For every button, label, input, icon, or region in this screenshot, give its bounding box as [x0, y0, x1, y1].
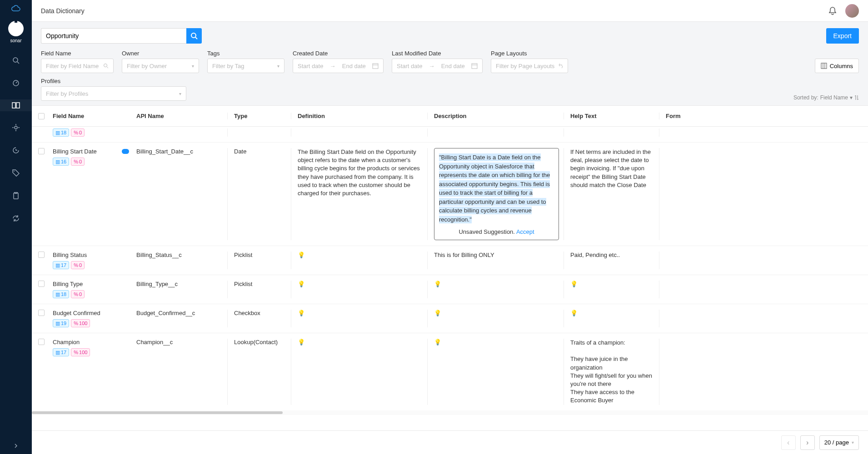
api-name: Billing_Type__c	[136, 281, 227, 298]
user-avatar[interactable]	[845, 4, 859, 18]
suggestion-text: "Billing Start Date is a Date field on t…	[439, 153, 550, 223]
nav-clipboard[interactable]	[0, 189, 32, 202]
filter-fieldname[interactable]: Filter by Field Name	[41, 59, 114, 73]
nav-sync[interactable]	[0, 212, 32, 225]
bulb-icon[interactable]: 💡	[434, 310, 441, 316]
export-button[interactable]: Export	[826, 28, 859, 44]
col-header-description[interactable]: Description	[427, 113, 564, 119]
bulb-icon[interactable]: 💡	[434, 281, 441, 287]
filter-tags[interactable]: Filter by Tag▾	[207, 59, 284, 73]
svg-line-8	[195, 37, 197, 39]
help-text: If Net terms are included in the deal, p…	[564, 148, 659, 240]
layout-badge: ▥ 18	[53, 128, 69, 137]
filter-layouts[interactable]: Filter by Page Layouts	[491, 59, 568, 73]
filter-bar: Export Field Name Filter by Field Name O…	[32, 22, 868, 106]
col-header-helptext[interactable]: Help Text	[564, 113, 659, 119]
bulb-icon[interactable]: 💡	[570, 281, 578, 287]
app-logo: sonar	[8, 21, 24, 43]
filter-label-profiles: Profiles	[41, 78, 186, 84]
suggestion-box: "Billing Start Date is a Date field on t…	[434, 148, 559, 240]
filter-label-modified: Last Modified Date	[392, 50, 483, 57]
percent-badge: % 100	[71, 348, 90, 356]
sorted-by[interactable]: Sorted by: Field Name ▾	[793, 94, 859, 101]
filter-label-owner: Owner	[122, 50, 199, 57]
col-header-type[interactable]: Type	[227, 113, 291, 119]
field-name: Billing Start Date	[53, 148, 97, 155]
row-checkbox[interactable]	[38, 252, 45, 258]
search-button[interactable]	[186, 28, 202, 44]
bulb-icon[interactable]: 💡	[298, 281, 305, 287]
accept-suggestion-link[interactable]: Accept	[516, 228, 534, 235]
table-row: Budget Confirmed ▥ 19% 100 Budget_Confir…	[32, 304, 868, 333]
field-name: Champion	[53, 339, 80, 345]
nav-tag[interactable]	[0, 167, 32, 179]
field-type: Picklist	[227, 281, 291, 298]
nav-target[interactable]	[0, 121, 32, 134]
layout-badge: ▥ 18	[53, 290, 69, 298]
field-type: Date	[227, 148, 291, 240]
field-type: Lookup(Contact)	[227, 339, 291, 405]
search-input[interactable]	[41, 28, 186, 44]
notifications-icon[interactable]	[828, 6, 837, 15]
filter-label-layouts: Page Layouts	[491, 50, 568, 57]
layout-badge: ▥ 17	[53, 261, 69, 269]
table-row: ▥ 18% 0	[32, 127, 868, 143]
row-checkbox[interactable]	[38, 310, 45, 316]
api-name: Budget_Confirmed__c	[136, 310, 227, 327]
svg-line-1	[17, 62, 19, 64]
table-row: Billing Status ▥ 17% 0 Billing_Status__c…	[32, 246, 868, 275]
nav-search[interactable]	[0, 54, 32, 67]
table-row: Billing Start Date ▥ 16% 0 Billing_Start…	[32, 143, 868, 246]
nav-dictionary[interactable]	[0, 99, 32, 111]
next-page-button[interactable]: ›	[800, 435, 815, 450]
bulb-icon[interactable]: 💡	[570, 310, 578, 316]
filter-profiles[interactable]: Filter by Profiles▾	[41, 86, 186, 101]
row-checkbox[interactable]	[38, 339, 45, 345]
col-header-apiname[interactable]: API Name	[136, 113, 227, 119]
table-row: Champion ▥ 17% 100 Champion__c Lookup(Co…	[32, 333, 868, 410]
col-header-definition[interactable]: Definition	[291, 113, 427, 119]
col-header-formula[interactable]: Form	[659, 113, 868, 119]
filter-owner[interactable]: Filter by Owner▾	[122, 59, 199, 73]
data-table: Field Name API Name Type Definition Desc…	[32, 106, 868, 430]
percent-badge: % 0	[71, 290, 85, 298]
columns-button[interactable]: Columns	[815, 59, 859, 73]
filter-label-created: Created Date	[293, 50, 384, 57]
api-name: Billing_Status__c	[136, 252, 227, 269]
svg-line-10	[107, 67, 108, 68]
bulb-icon[interactable]: 💡	[298, 310, 305, 316]
layout-badge: ▥ 19	[53, 319, 69, 327]
svg-point-7	[191, 33, 196, 38]
bulb-icon[interactable]: 💡	[434, 339, 441, 345]
col-header-fieldname[interactable]: Field Name	[50, 113, 136, 119]
table-row: Billing Type ▥ 18% 0 Billing_Type__c Pic…	[32, 275, 868, 304]
prev-page-button[interactable]: ‹	[781, 435, 796, 450]
description: This is for Billing ONLY	[427, 252, 564, 269]
filter-modified-date[interactable]: Start date→End date	[392, 59, 483, 73]
filter-created-date[interactable]: Start date→End date	[293, 59, 384, 73]
definition: The Billing Start Date field on the Oppo…	[291, 148, 427, 240]
percent-badge: % 0	[71, 158, 85, 166]
select-all-checkbox[interactable]	[38, 113, 45, 119]
field-name: Budget Confirmed	[53, 310, 100, 316]
page-size-select[interactable]: 20 / page▾	[819, 435, 859, 450]
row-checkbox[interactable]	[38, 281, 45, 287]
salesforce-icon	[122, 149, 129, 154]
row-checkbox[interactable]	[38, 148, 45, 154]
expand-sidebar[interactable]	[13, 443, 19, 449]
bulb-icon[interactable]: 💡	[298, 339, 305, 345]
svg-rect-11	[373, 64, 378, 69]
svg-rect-15	[821, 63, 827, 69]
svg-point-0	[13, 58, 18, 62]
filter-label-fieldname: Field Name	[41, 50, 114, 57]
svg-rect-13	[472, 64, 477, 69]
pagination: ‹ › 20 / page▾	[32, 430, 868, 454]
layout-badge: ▥ 16	[53, 158, 69, 166]
bulb-icon[interactable]: 💡	[298, 252, 305, 258]
page-title: Data Dictionary	[41, 7, 85, 15]
nav-dashboard[interactable]	[0, 77, 32, 89]
svg-point-9	[104, 64, 107, 67]
horizontal-scrollbar[interactable]	[32, 410, 868, 415]
nav-time[interactable]	[0, 144, 32, 157]
help-text: Paid, Pending etc..	[564, 252, 659, 269]
